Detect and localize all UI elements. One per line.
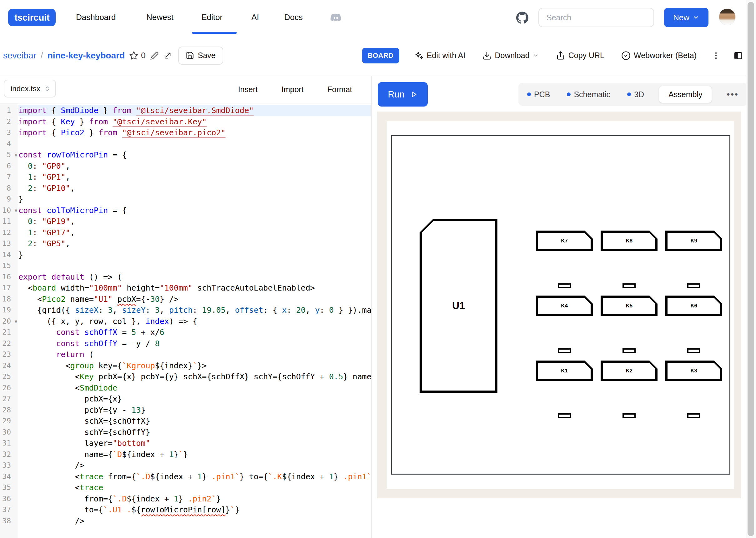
code-line-9[interactable]: } [19,194,371,205]
diode-under-K5[interactable] [622,349,636,353]
key-K4[interactable]: K4 [536,296,593,316]
code-line-2[interactable]: import { Key } from "@tsci/seveibar.Key" [19,116,371,128]
more-options-button[interactable] [712,51,720,60]
fold-marker-icon[interactable]: ∨ [14,150,18,160]
key-K6[interactable]: K6 [665,296,722,316]
nav-item-editor[interactable]: Editor [202,0,223,35]
board-badge[interactable]: BOARD [362,48,399,63]
key-K2[interactable]: K2 [601,360,658,381]
code-line-30[interactable]: schY={schOffY} [19,427,371,438]
preview-tab-schematic[interactable]: Schematic [565,90,612,99]
key-K3[interactable]: K3 [665,360,722,381]
download-icon [482,51,492,60]
scrollbar-thumb[interactable] [748,2,754,536]
nav-item-newest[interactable]: Newest [146,0,174,35]
search-input[interactable] [538,8,654,27]
diode-under-K2[interactable] [622,413,636,418]
code-line-36[interactable]: from={`.D${index + 1} .pin2`} [19,493,371,505]
fold-marker-icon[interactable]: ∨ [14,316,18,327]
code-line-8[interactable]: 2: "GP10", [19,183,371,194]
code-line-23[interactable]: return ( [19,349,371,360]
download-button[interactable]: Download [480,51,541,61]
code-line-17[interactable]: <board width="100mm" height="100mm" schT… [19,283,371,294]
preview-tab-pcb[interactable]: PCB [525,90,552,99]
key-K7[interactable]: K7 [536,231,593,251]
code-line-16[interactable]: export default () => ( [19,272,371,283]
diode-under-K4[interactable] [558,349,571,353]
code-line-1[interactable]: import { SmdDiode } from "@tsci/seveibar… [19,105,371,116]
share-button[interactable] [163,51,172,60]
webworker-button[interactable]: Webworker (Beta) [619,51,698,61]
breadcrumb-repo[interactable]: nine-key-keyboard [47,51,125,61]
token-pl: } [216,494,221,503]
diode-under-K7[interactable] [558,283,571,288]
code-line-11[interactable]: 0: "GP19", [19,216,371,227]
code-line-12[interactable]: 1: "GP17", [19,227,371,239]
code-line-25[interactable]: <Key pcbX={x} pcbY={y} schX={schOffX} sc… [19,371,371,382]
discord-icon[interactable] [330,12,342,24]
editor-menu-insert[interactable]: Insert [236,85,260,94]
assembly-canvas[interactable]: U1 K7K8K9K4K5K6K1K2K3 [377,112,741,498]
code-line-15[interactable] [19,260,371,272]
diode-under-K1[interactable] [558,413,571,418]
file-selector[interactable]: index.tsx [4,80,56,97]
code-line-21[interactable]: const schOffX = 5 + x/6 [19,327,371,338]
avatar[interactable] [719,8,736,25]
code-line-27[interactable]: pcbX={x} [19,393,371,404]
code-line-3[interactable]: import { Pico2 } from "@tsci/seveibar.pi… [19,127,371,138]
key-K1[interactable]: K1 [536,360,593,381]
editor-menu-format[interactable]: Format [325,85,354,94]
breadcrumb-owner[interactable]: seveibar [3,51,36,61]
fold-marker-icon[interactable]: ∨ [14,205,18,216]
code-line-28[interactable]: pcbY={y - 13} [19,404,371,416]
code-line-31[interactable]: layer="bottom" [19,438,371,449]
code-line-13[interactable]: 2: "GP5", [19,238,371,249]
nav-item-dashboard[interactable]: Dashboard [76,0,116,35]
nav-item-docs[interactable]: Docs [284,0,303,35]
copy-url-button[interactable]: Copy URL [554,51,606,61]
code-line-20[interactable]: ({ x, y, row, col }, index) => { [19,316,371,327]
code-line-38[interactable]: /> [19,515,371,527]
code-line-35[interactable]: <trace [19,482,371,493]
code-line-4[interactable] [19,138,371,150]
nav-item-ai[interactable]: AI [251,0,259,35]
code-line-5[interactable]: const rowToMicroPin = { [19,149,371,161]
key-K5[interactable]: K5 [601,296,658,316]
code-line-34[interactable]: <trace from={`.D${index + 1} .pin1`} to=… [19,471,371,482]
edit-with-ai-button[interactable]: Edit with AI [412,51,467,61]
code-line-22[interactable]: const schOffY = -y / 8 [19,338,371,349]
code-line-6[interactable]: 0: "GP0", [19,161,371,172]
code-line-32[interactable]: name={`D${index + 1}`} [19,449,371,460]
toggle-panel-button[interactable] [733,51,743,60]
key-K8[interactable]: K8 [601,231,658,251]
code-line-29[interactable]: schX={schOffX} [19,415,371,427]
code-line-14[interactable]: } [19,249,371,261]
diode-under-K9[interactable] [687,283,700,288]
diode-under-K8[interactable] [622,283,636,288]
code-line-19[interactable]: {grid({ sizeX: 3, sizeY: 3, pitch: 19.05… [19,305,371,316]
code-line-10[interactable]: const colToMicroPin = { [19,205,371,216]
run-button[interactable]: Run [378,82,428,107]
code-line-18[interactable]: <Pico2 name="U1" pcbX={-30} /> [19,294,371,305]
preview-tabs-overflow-button[interactable]: ••• [725,89,740,100]
page-scrollbar[interactable] [746,0,756,538]
diode-under-K6[interactable] [687,349,700,353]
tscircuit-logo[interactable]: tscircuit [8,9,56,26]
editor-menu-import[interactable]: Import [279,85,306,94]
edit-title-button[interactable] [150,51,159,60]
chip-U1[interactable]: U1 [420,219,497,393]
new-button[interactable]: New [664,8,709,27]
code-line-7[interactable]: 1: "GP1", [19,172,371,183]
code-editor[interactable]: 12345∨678910∨11121314151617181920∨212223… [0,103,371,538]
code-line-33[interactable]: /> [19,460,371,471]
code-line-37[interactable]: to={`.U1 .${rowToMicroPin[row]}`} [19,504,371,515]
diode-under-K3[interactable] [687,413,700,418]
code-line-26[interactable]: <SmdDiode [19,382,371,394]
code-line-24[interactable]: <group key={`Kgroup${index}`}> [19,360,371,371]
preview-tab-assembly[interactable]: Assembly [659,86,712,103]
key-K9[interactable]: K9 [665,231,722,251]
github-icon[interactable] [516,12,528,24]
save-button[interactable]: Save [178,47,223,65]
preview-tab-3d[interactable]: 3D [625,90,646,99]
star-button[interactable]: 0 [129,51,145,60]
